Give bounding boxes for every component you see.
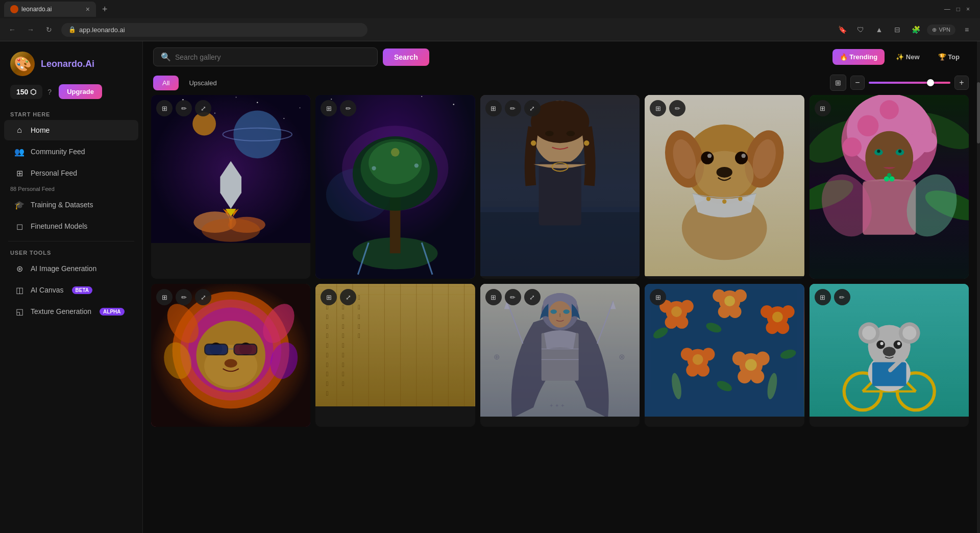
item-actions-warrior: ⊞ ✏ ⤢	[480, 284, 640, 310]
extensions-btn[interactable]: 🧩	[909, 22, 923, 37]
search-box: 🔍	[153, 47, 378, 66]
gallery-item-woman[interactable]: ⊞ ✏ ⤢	[480, 95, 640, 279]
item-actions-flowers: ⊞	[645, 284, 804, 310]
zoom-slider[interactable]	[869, 82, 950, 84]
zoom-thumb	[927, 79, 934, 86]
action-edit-woman[interactable]: ✏	[505, 100, 521, 116]
search-input[interactable]	[175, 53, 370, 61]
sidebar-item-ai-image-generation[interactable]: ⊛ AI Image Generation	[4, 258, 138, 279]
sidebar-item-personal-feed[interactable]: ⊞ Personal Feed	[4, 163, 138, 183]
maximize-btn[interactable]: □	[957, 6, 960, 13]
gallery-item-dog[interactable]: ⊞ ✏	[645, 95, 804, 279]
action-expand-rocket[interactable]: ⤢	[195, 100, 211, 116]
training-icon: 🎓	[14, 200, 24, 210]
item-actions-tree: ⊞ ✏	[315, 95, 475, 122]
action-grid-lion[interactable]: ⊞	[156, 289, 173, 305]
trending-sort-btn[interactable]: 🔥 Trending	[832, 49, 885, 65]
ai-canvas-badge: BETA	[72, 286, 92, 294]
tab-close-btn[interactable]: ×	[86, 5, 90, 13]
sidebar-item-training-datasets[interactable]: 🎓 Training & Datasets	[4, 195, 138, 215]
address-text: app.leonardo.ai	[79, 26, 125, 34]
action-grid-woman[interactable]: ⊞	[485, 100, 502, 116]
action-grid-tree[interactable]: ⊞	[321, 100, 337, 116]
active-tab[interactable]: leonardo.ai ×	[4, 2, 96, 17]
gallery-item-rocket[interactable]: ⊞ ✏ ⤢	[151, 95, 310, 279]
item-actions-hieroglyphs: ⊞ ⤢	[315, 284, 475, 310]
training-label: Training & Datasets	[31, 201, 93, 209]
new-sort-btn[interactable]: ✨ New	[889, 49, 926, 65]
tab-bar: leonardo.ai × + — □ ×	[0, 0, 980, 18]
reload-btn[interactable]: ↻	[43, 23, 55, 36]
item-overlay-lion: ⊞ ✏ ⤢	[151, 284, 310, 427]
search-button[interactable]: Search	[383, 49, 429, 66]
menu-btn[interactable]: ≡	[960, 22, 974, 37]
gallery-item-warrior[interactable]: ⊕ ⊗ ✦ ✦ ✦ ⊞ ✏ ⤢	[480, 284, 640, 427]
bookmark-btn[interactable]: 🔖	[835, 22, 849, 37]
action-grid-rocket[interactable]: ⊞	[156, 100, 173, 116]
action-edit-lion[interactable]: ✏	[176, 289, 192, 305]
gallery-item-lion[interactable]: ⊞ ✏ ⤢	[151, 284, 310, 427]
gallery-item-koala[interactable]: ⊞ ✏	[810, 284, 969, 427]
gallery-item-tree[interactable]: ⊞ ✏	[315, 95, 475, 279]
address-box[interactable]: 🔒 app.leonardo.ai	[61, 23, 368, 37]
main-content: 🔍 Search 🔥 Trending ✨ New 🏆 Top All Upsc…	[143, 41, 977, 533]
sidebar-item-texture-generation[interactable]: ◱ Texture Generation ALPHA	[4, 301, 138, 322]
upgrade-button[interactable]: Upgrade	[59, 84, 102, 99]
action-grid-dog[interactable]: ⊞	[650, 100, 666, 116]
action-edit-rocket[interactable]: ✏	[176, 100, 192, 116]
action-expand-warrior[interactable]: ⤢	[524, 289, 541, 305]
gallery-item-flowers[interactable]: ⊞	[645, 284, 804, 427]
sidebar-item-community-feed[interactable]: 👥 Community Feed	[4, 141, 138, 162]
gallery-item-hieroglyphs[interactable]: 𓀀 𓁀 𓂀 𓃀 𓄀 𓅀 𓆀 𓇀 𓈀 𓉀 𓊀	[315, 284, 475, 427]
grid-view-btn[interactable]: ⊞	[830, 75, 846, 91]
sidebar-item-finetuned-models[interactable]: ◻ Finetuned Models	[4, 216, 138, 236]
action-grid-koala[interactable]: ⊞	[815, 289, 831, 305]
action-edit-warrior[interactable]: ✏	[505, 289, 521, 305]
action-expand-hieroglyphs[interactable]: ⤢	[340, 289, 356, 305]
sidebar-item-ai-canvas[interactable]: ◫ AI Canvas BETA	[4, 280, 138, 300]
split-view-btn[interactable]: ⊟	[890, 22, 904, 37]
right-scrollbar[interactable]	[977, 41, 980, 533]
action-grid-woman2[interactable]: ⊞	[815, 100, 831, 116]
shield-icon[interactable]: 🛡	[853, 22, 868, 37]
gallery-item-woman2[interactable]: ⊞	[810, 95, 969, 279]
filter-all[interactable]: All	[153, 76, 179, 90]
top-sort-btn[interactable]: 🏆 Top	[931, 49, 967, 65]
zoom-in-btn[interactable]: +	[954, 76, 969, 90]
item-actions-woman2: ⊞	[810, 95, 969, 122]
top-bar: 🔍 Search 🔥 Trending ✨ New 🏆 Top	[143, 41, 977, 72]
sidebar-item-home[interactable]: ⌂ Home	[4, 120, 138, 140]
item-overlay-warrior: ⊞ ✏ ⤢	[480, 284, 640, 427]
new-tab-btn[interactable]: +	[98, 4, 112, 15]
action-edit-koala[interactable]: ✏	[834, 289, 850, 305]
ai-image-icon: ⊛	[14, 263, 24, 274]
filter-zoom-bar: All Upscaled ⊞ − +	[143, 72, 977, 95]
action-edit-dog[interactable]: ✏	[669, 100, 685, 116]
back-btn[interactable]: ←	[6, 23, 18, 36]
action-edit-tree[interactable]: ✏	[340, 100, 356, 116]
gallery-grid: ⊞ ✏ ⤢	[151, 95, 969, 427]
item-overlay-rocket: ⊞ ✏ ⤢	[151, 95, 310, 279]
action-grid-hieroglyphs[interactable]: ⊞	[321, 289, 337, 305]
vpn-icon: ⊕	[932, 27, 937, 33]
action-expand-woman[interactable]: ⤢	[524, 100, 541, 116]
item-overlay-woman2: ⊞	[810, 95, 969, 279]
item-overlay-tree: ⊞ ✏	[315, 95, 475, 279]
alert-icon[interactable]: ▲	[872, 22, 886, 37]
help-btn[interactable]: ?	[47, 88, 52, 96]
start-here-label: Start Here	[0, 107, 142, 119]
personal-feed-label: Personal Feed	[31, 169, 77, 177]
forward-btn[interactable]: →	[24, 23, 37, 36]
close-btn[interactable]: ×	[966, 6, 970, 13]
zoom-out-btn[interactable]: −	[850, 76, 865, 90]
action-grid-warrior[interactable]: ⊞	[485, 289, 502, 305]
logo-avatar: 🎨	[10, 52, 35, 76]
item-overlay-dog: ⊞ ✏	[645, 95, 804, 279]
filter-upscaled[interactable]: Upscaled	[180, 76, 226, 90]
minimize-btn[interactable]: —	[944, 6, 950, 13]
action-grid-flowers[interactable]: ⊞	[650, 289, 666, 305]
item-actions-lion: ⊞ ✏ ⤢	[151, 284, 310, 310]
texture-label: Texture Generation	[31, 307, 91, 316]
action-expand-lion[interactable]: ⤢	[195, 289, 211, 305]
vpn-badge[interactable]: ⊕ VPN	[927, 25, 955, 35]
